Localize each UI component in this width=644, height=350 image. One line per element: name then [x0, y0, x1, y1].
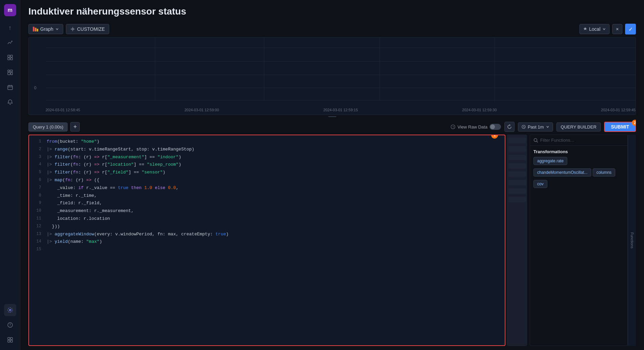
- fn-chip-columns[interactable]: columns: [593, 168, 615, 177]
- chart-vgrid-4: [495, 38, 495, 101]
- sidebar-item-chart[interactable]: [4, 37, 16, 49]
- svg-rect-19: [33, 27, 34, 31]
- editor-functions-container: 1 1 from(bucket: "home") 2 |> range(star…: [28, 135, 636, 346]
- svg-rect-30: [508, 163, 526, 169]
- svg-rect-27: [508, 138, 526, 143]
- chart-grid-2: [46, 75, 636, 75]
- query-tab-1[interactable]: Query 1 (0.00s): [28, 122, 68, 132]
- toolbar-left: Graph CUSTOMIZE: [28, 24, 109, 34]
- clock-icon: [522, 125, 526, 129]
- svg-rect-17: [8, 340, 10, 342]
- code-line-11: 11 location: r.location: [29, 215, 505, 223]
- svg-rect-32: [508, 180, 526, 186]
- chevron-down-icon: [55, 27, 59, 31]
- refresh-icon: [507, 124, 512, 129]
- customize-button[interactable]: CUSTOMIZE: [66, 24, 109, 34]
- chart-grid-zero: [46, 88, 636, 88]
- svg-rect-34: [508, 197, 526, 203]
- sidebar-item-apps[interactable]: [4, 334, 16, 346]
- code-line-6: 6 |> map(fn: (r) => ({: [29, 177, 505, 184]
- svg-rect-3: [10, 58, 13, 60]
- query-section: Query 1 (0.00s) + ? View Raw Data Past 1…: [28, 119, 636, 346]
- chart-vgrid-3: [379, 38, 380, 101]
- chart-area: 0 2024-03-01 12:58:45 2024-03-01 12:59:0…: [28, 37, 636, 115]
- svg-rect-21: [37, 29, 38, 31]
- chart-vgrid-2: [264, 38, 264, 101]
- svg-rect-18: [10, 340, 13, 342]
- svg-rect-5: [10, 70, 13, 72]
- fn-chip-cov[interactable]: cov: [533, 180, 547, 188]
- sidebar-item-settings[interactable]: [4, 304, 16, 316]
- svg-rect-7: [11, 72, 13, 75]
- sidebar-item-dashboard[interactable]: [4, 51, 16, 64]
- chart-grid-3: [46, 100, 636, 100]
- svg-point-35: [534, 138, 537, 141]
- functions-category: Transformations: [533, 149, 624, 154]
- code-line-12: 12 })): [29, 223, 505, 231]
- svg-rect-31: [508, 171, 526, 177]
- x-label-0: 2024-03-01 12:58:45: [46, 108, 80, 112]
- add-query-button[interactable]: +: [70, 122, 80, 132]
- close-toolbar-button[interactable]: ×: [612, 24, 622, 34]
- functions-panel: Transformations aggregate.rate chandeMom…: [530, 135, 628, 346]
- toolbar-right: Local × ✓: [579, 24, 636, 34]
- pin-icon: [583, 27, 587, 31]
- graph-icon: [33, 27, 38, 31]
- functions-side-tab[interactable]: Functions: [628, 135, 636, 346]
- svg-point-22: [72, 28, 73, 30]
- check-button[interactable]: ✓: [625, 24, 636, 34]
- code-editor[interactable]: 1 1 from(bucket: "home") 2 |> range(star…: [28, 135, 505, 346]
- submit-button[interactable]: SUBMIT 2: [604, 122, 636, 132]
- chevron-down-icon-local: [602, 27, 606, 31]
- svg-rect-1: [10, 55, 13, 57]
- svg-rect-2: [8, 58, 10, 60]
- sidebar-logo[interactable]: m: [4, 4, 16, 16]
- chart-grid-top: [46, 48, 636, 48]
- code-line-2: 2 |> range(start: v.timeRangeStart, stop…: [29, 146, 505, 154]
- svg-text:?: ?: [9, 323, 11, 327]
- functions-list: Transformations aggregate.rate chandeMom…: [530, 146, 627, 346]
- toggle-knob: [490, 124, 495, 129]
- svg-rect-33: [508, 188, 526, 194]
- refresh-button[interactable]: [504, 122, 515, 132]
- code-line-1: 1 from(bucket: "home"): [29, 138, 505, 146]
- svg-line-36: [537, 141, 538, 142]
- sidebar: m ↑ ?: [0, 0, 20, 350]
- svg-point-12: [9, 309, 11, 311]
- functions-panel-wrapper: Transformations aggregate.rate chandeMom…: [528, 135, 636, 346]
- x-label-1: 2024-03-01 12:59:00: [185, 108, 219, 112]
- fn-chip-chande[interactable]: chandeMomentumOscillat...: [533, 168, 591, 177]
- svg-rect-6: [8, 72, 10, 75]
- code-line-15: 15: [29, 246, 505, 254]
- code-line-4: 4 |> filter(fn: (r) => r["location"] == …: [29, 161, 505, 169]
- editor-minimap: [507, 135, 527, 346]
- svg-rect-23: [328, 116, 336, 117]
- page-title: Induktiver näherungssensor status: [20, 0, 644, 21]
- resize-handle[interactable]: [28, 115, 636, 119]
- sidebar-item-upload[interactable]: ↑: [4, 22, 16, 34]
- help-circle-icon: ?: [451, 124, 455, 129]
- code-line-3: 3 |> filter(fn: (r) => r["_measurement"]…: [29, 154, 505, 161]
- sidebar-item-bell[interactable]: [4, 96, 16, 108]
- sidebar-item-grid[interactable]: [4, 66, 16, 78]
- svg-rect-8: [8, 86, 13, 90]
- query-actions: ? View Raw Data Past 1m QUERY BUILDER SU: [451, 122, 636, 132]
- query-builder-button[interactable]: QUERY BUILDER: [556, 122, 601, 132]
- fn-chip-aggregate-rate[interactable]: aggregate.rate: [533, 157, 567, 165]
- local-button[interactable]: Local: [579, 24, 610, 34]
- code-line-13: 13 |> aggregateWindow(every: v.windowPer…: [29, 231, 505, 238]
- functions-search-input[interactable]: [540, 138, 624, 143]
- code-line-14: 14 |> yield(name: "max"): [29, 238, 505, 246]
- graph-button[interactable]: Graph: [28, 24, 63, 34]
- code-line-8: 8 _time: r._time,: [29, 192, 505, 200]
- x-label-2: 2024-03-01 12:59:15: [323, 108, 358, 112]
- code-line-5: 5 |> filter(fn: (r) => r["_field"] == "s…: [29, 169, 505, 177]
- sidebar-item-help[interactable]: ?: [4, 319, 16, 331]
- raw-data-toggle[interactable]: [490, 124, 501, 130]
- raw-data-toggle-label: ? View Raw Data: [451, 124, 501, 130]
- svg-rect-0: [8, 55, 10, 57]
- time-range-button[interactable]: Past 1m: [518, 122, 553, 132]
- code-line-7: 7 _value: if r._value == true then 1.0 e…: [29, 184, 505, 192]
- sidebar-item-calendar[interactable]: [4, 81, 16, 93]
- svg-rect-15: [8, 337, 10, 340]
